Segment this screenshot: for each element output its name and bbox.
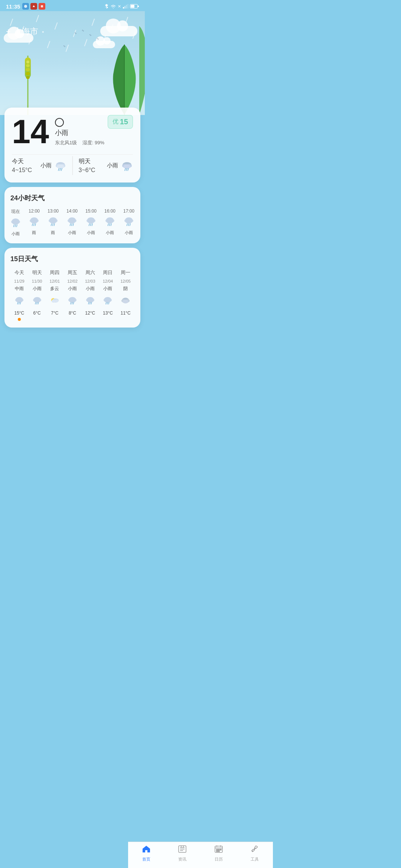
hourly-title: 24小时天气 bbox=[10, 194, 134, 203]
daily-label-6: 周一 bbox=[117, 269, 134, 276]
daily-dot-6 bbox=[117, 318, 134, 321]
status-icons: ✕ ⚡ bbox=[104, 4, 139, 9]
daily-date-0: 11/29 bbox=[10, 279, 28, 283]
add-city-icon[interactable]: + bbox=[6, 27, 11, 36]
svg-line-87 bbox=[38, 302, 38, 304]
hour-desc-2: 雨 bbox=[51, 230, 55, 236]
svg-rect-5 bbox=[127, 4, 128, 9]
hour-time-3: 14:00 bbox=[66, 208, 78, 214]
tomorrow-temp: 3~6°C bbox=[79, 167, 95, 174]
daily-icon-4 bbox=[81, 296, 99, 308]
svg-point-35 bbox=[31, 220, 38, 224]
daily-date-1: 11/30 bbox=[28, 279, 46, 283]
tomorrow-weather-icon bbox=[121, 161, 133, 171]
svg-point-116 bbox=[123, 300, 129, 303]
svg-line-36 bbox=[32, 224, 33, 226]
svg-line-72 bbox=[128, 224, 129, 226]
daily-dot-4 bbox=[81, 318, 99, 321]
daily-date-6: 12/05 bbox=[117, 279, 134, 283]
svg-line-98 bbox=[73, 302, 74, 304]
rain-line bbox=[36, 15, 39, 22]
daily-header: 今天明天周四周五周六周日周一 bbox=[10, 269, 134, 276]
svg-line-44 bbox=[52, 224, 53, 226]
daily-dots-row bbox=[10, 318, 134, 321]
daily-label-2: 周四 bbox=[46, 269, 63, 276]
hour-icon-1 bbox=[29, 216, 39, 228]
svg-line-65 bbox=[109, 224, 110, 226]
location-header[interactable]: + 上海市 ● bbox=[6, 26, 44, 37]
rain-line bbox=[66, 45, 69, 52]
daily-dot-5 bbox=[99, 318, 117, 321]
svg-line-112 bbox=[109, 302, 109, 304]
daily-temp-5: 13°C bbox=[99, 310, 117, 316]
svg-rect-1 bbox=[41, 5, 43, 7]
svg-line-57 bbox=[89, 224, 89, 226]
hour-item-0: 现在 小雨 bbox=[10, 208, 21, 237]
hour-desc-4: 小雨 bbox=[87, 230, 95, 236]
daily-icon-6 bbox=[117, 296, 134, 308]
daily-temp-3: 8°C bbox=[63, 310, 81, 316]
daily-date-3: 12/02 bbox=[63, 279, 81, 283]
today-weather: 今天 4~15°C 小雨 bbox=[12, 156, 66, 175]
hour-item-6: 17:00 小雨 bbox=[123, 208, 134, 236]
daily-temps: 15°C6°C7°C8°C12°C13°C11°C bbox=[10, 310, 134, 316]
hour-time-2: 13:00 bbox=[48, 208, 59, 214]
hour-desc-1: 雨 bbox=[32, 230, 36, 236]
daily-dot-3 bbox=[63, 318, 81, 321]
daily-date-4: 12/03 bbox=[81, 279, 99, 283]
hour-time-4: 15:00 bbox=[85, 208, 97, 214]
daily-dot-1 bbox=[28, 318, 46, 321]
today-condition-container: 小雨 bbox=[40, 161, 66, 171]
svg-line-103 bbox=[88, 302, 89, 304]
hour-icon-3 bbox=[67, 216, 77, 228]
hour-item-5: 16:00 小雨 bbox=[104, 208, 115, 236]
daily-icon-3 bbox=[63, 296, 81, 308]
rain-line bbox=[125, 17, 128, 24]
svg-line-66 bbox=[111, 224, 111, 226]
bird-5: ∿ bbox=[63, 45, 66, 48]
bird-3: ∿ bbox=[89, 33, 92, 37]
daily-temp-1: 6°C bbox=[28, 310, 46, 316]
svg-point-28 bbox=[12, 221, 19, 225]
svg-line-51 bbox=[71, 224, 72, 226]
svg-rect-8 bbox=[131, 5, 134, 8]
today-condition: 小雨 bbox=[40, 162, 52, 169]
svg-line-15 bbox=[58, 168, 59, 171]
wheat-seeds bbox=[26, 60, 30, 80]
svg-line-50 bbox=[70, 224, 71, 226]
svg-line-52 bbox=[73, 224, 74, 226]
bird-1: ∿ bbox=[74, 32, 77, 35]
hour-icon-5 bbox=[105, 216, 115, 228]
weather-detail: 东北风1级 湿度: 99% bbox=[55, 139, 108, 146]
rain-line bbox=[55, 22, 58, 29]
svg-line-45 bbox=[54, 224, 55, 226]
daily-dot-0 bbox=[10, 318, 28, 321]
svg-line-37 bbox=[33, 224, 34, 226]
hour-icon-2 bbox=[48, 216, 58, 228]
today-info: 今天 4~15°C bbox=[12, 158, 32, 174]
svg-point-21 bbox=[123, 164, 131, 169]
svg-line-85 bbox=[35, 302, 35, 304]
daily-temp-6: 11°C bbox=[117, 310, 134, 316]
svg-line-105 bbox=[91, 302, 91, 304]
rain-line bbox=[29, 37, 32, 44]
daily-desc-6: 阴 bbox=[117, 286, 134, 292]
hour-time-5: 16:00 bbox=[104, 208, 115, 214]
svg-point-14 bbox=[57, 164, 64, 169]
hour-item-3: 14:00 小雨 bbox=[66, 208, 78, 236]
today-temp: 4~15°C bbox=[12, 167, 32, 174]
status-bar: 11:35 ✕ ⚡ bbox=[0, 0, 145, 11]
hour-icon-4 bbox=[86, 216, 96, 228]
humidity-info: 湿度: 99% bbox=[82, 140, 104, 145]
daily-dot-2 bbox=[46, 318, 63, 321]
daily-icon-0 bbox=[10, 296, 28, 308]
svg-line-30 bbox=[15, 225, 16, 227]
tomorrow-weather: 明天 3~6°C 小雨 bbox=[79, 156, 133, 175]
rain-line bbox=[103, 35, 106, 42]
daily-desc-4: 小雨 bbox=[81, 286, 99, 292]
current-weather-card: 14 小雨 东北风1级 湿度: 99% 优 15 今天 4~15°C bbox=[4, 108, 140, 183]
hour-time-0: 现在 bbox=[11, 208, 20, 215]
svg-rect-3 bbox=[124, 6, 125, 9]
today-tomorrow-section: 今天 4~15°C 小雨 bbox=[12, 154, 133, 175]
svg-line-73 bbox=[130, 224, 130, 226]
